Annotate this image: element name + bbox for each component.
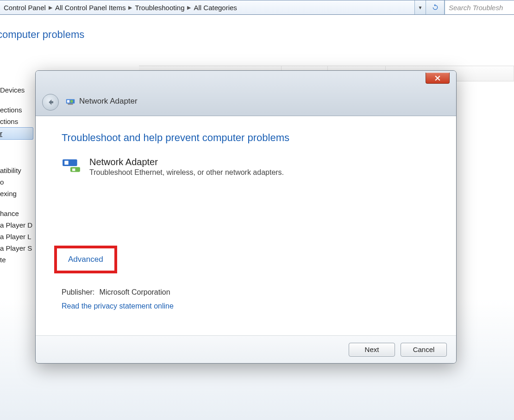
publisher-line: Publisher: Microsoft Corporation [62, 288, 170, 296]
sidebar-item[interactable]: o [0, 176, 33, 188]
cancel-button[interactable]: Cancel [401, 343, 447, 357]
highlight-box: Advanced [54, 246, 117, 273]
refresh-button[interactable] [426, 0, 445, 14]
sidebar-item[interactable]: ections [0, 104, 33, 116]
page-title: computer problems [0, 15, 514, 49]
next-button[interactable]: Next [349, 343, 395, 357]
breadcrumb-item[interactable]: Troubleshooting▶ [135, 4, 194, 12]
address-bar: Control Panel▶ All Control Panel Items▶ … [0, 0, 514, 15]
search-placeholder: Search Troublesh [449, 4, 503, 12]
sidebar-item-selected[interactable]: r [0, 127, 33, 140]
publisher-value: Microsoft Corporation [100, 288, 170, 296]
dialog-titlebar: Network Adapter [36, 71, 456, 116]
advanced-link[interactable]: Advanced [68, 255, 103, 264]
dialog-heading: Troubleshoot and help prevent computer p… [62, 132, 430, 144]
close-button[interactable] [426, 73, 450, 84]
network-adapter-icon [65, 97, 75, 107]
svg-rect-1 [67, 100, 70, 103]
network-adapter-icon [62, 157, 81, 173]
chevron-down-icon: ▼ [418, 5, 423, 10]
item-title: Network Adapter [89, 157, 284, 167]
search-input[interactable]: Search Troublesh [445, 0, 514, 14]
dialog-footer: Next Cancel [36, 335, 456, 363]
dialog-title: Network Adapter [79, 97, 138, 106]
sidebar-item[interactable]: te [0, 254, 33, 266]
svg-rect-7 [72, 168, 75, 171]
sidebar-item[interactable]: a Player S [0, 242, 33, 254]
back-button[interactable] [42, 94, 59, 111]
sidebar-item[interactable]: Devices [0, 84, 33, 96]
sidebar-item[interactable]: exing [0, 188, 33, 199]
svg-rect-3 [68, 104, 73, 105]
troubleshooter-dialog: Network Adapter Troubleshoot and help pr… [35, 70, 457, 364]
item-subtitle: Troubleshoot Ethernet, wireless, or othe… [89, 168, 284, 177]
sidebar-item[interactable]: atibility [0, 165, 33, 176]
dialog-body: Troubleshoot and help prevent computer p… [36, 116, 456, 335]
chevron-right-icon: ▶ [49, 5, 52, 11]
breadcrumb-item[interactable]: Control Panel▶ [4, 4, 55, 12]
svg-rect-5 [64, 161, 68, 165]
sidebar-item[interactable]: hance [0, 208, 33, 219]
sidebar-item[interactable]: a Player L [0, 231, 33, 242]
sidebar: Devices ections ctions r atibility o exi… [0, 84, 33, 266]
close-icon [435, 75, 440, 81]
svg-rect-2 [70, 100, 73, 103]
refresh-icon [432, 4, 439, 11]
chevron-right-icon: ▶ [187, 5, 191, 11]
address-dropdown[interactable]: ▼ [415, 0, 426, 14]
arrow-left-icon [46, 98, 55, 106]
breadcrumb[interactable]: Control Panel▶ All Control Panel Items▶ … [0, 0, 415, 14]
privacy-link[interactable]: Read the privacy statement online [62, 302, 174, 310]
publisher-label: Publisher: [62, 288, 94, 296]
breadcrumb-item[interactable]: All Control Panel Items▶ [55, 4, 135, 12]
breadcrumb-item[interactable]: All Categories [194, 4, 237, 12]
chevron-right-icon: ▶ [128, 5, 132, 11]
troubleshooter-item: Network Adapter Troubleshoot Ethernet, w… [62, 157, 430, 177]
sidebar-item[interactable]: ctions [0, 116, 33, 127]
sidebar-item[interactable]: a Player D [0, 219, 33, 231]
